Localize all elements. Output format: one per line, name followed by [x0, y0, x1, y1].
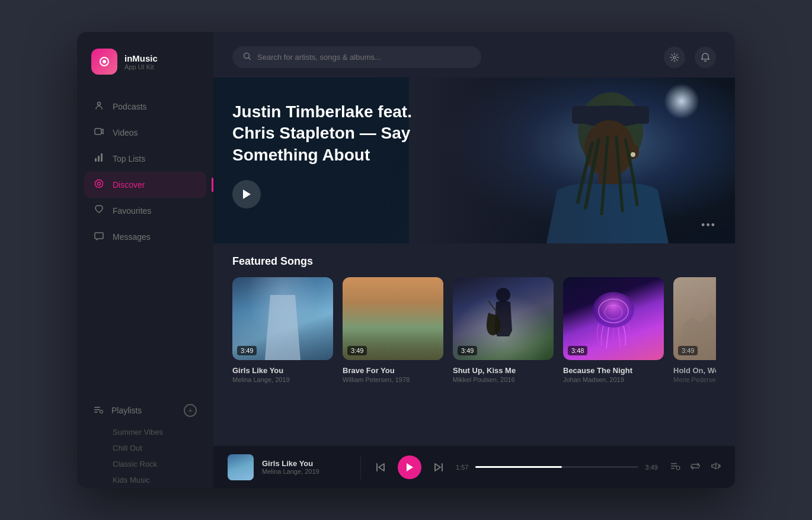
song-title-3: Shut Up, Kiss Me	[453, 366, 554, 375]
sidebar-label-messages: Messages	[113, 232, 151, 242]
player-controls	[375, 455, 444, 479]
app-logo-icon	[91, 49, 117, 75]
logo-area: inMusic App UI Kit	[77, 32, 213, 94]
song-duration-3: 3:49	[458, 346, 477, 355]
header-actions	[664, 47, 716, 68]
sidebar-label-videos: Videos	[113, 128, 138, 137]
song-meta-1: Melina Lange, 2019	[232, 376, 333, 383]
svg-point-1	[103, 60, 106, 63]
app-name: inMusic	[124, 53, 158, 63]
prev-button[interactable]	[375, 462, 386, 473]
total-time: 3:49	[645, 464, 658, 471]
player-track-artist: Melina Lange, 2019	[262, 468, 319, 475]
song-card-4[interactable]: 3:48 Because The Night Johan Madsen, 201…	[563, 277, 664, 383]
sidebar-item-videos[interactable]: Videos	[84, 120, 206, 146]
song-title-1: Girls Like You	[232, 366, 333, 375]
playlist-icon	[94, 405, 103, 416]
svg-rect-30	[671, 468, 674, 469]
sidebar-item-favourites[interactable]: Favourites	[84, 198, 206, 224]
svg-rect-10	[94, 409, 100, 410]
svg-rect-11	[94, 412, 98, 413]
sidebar-item-messages[interactable]: Messages	[84, 224, 206, 250]
queue-button[interactable]	[670, 461, 680, 474]
nav-list: Podcasts Videos	[77, 94, 213, 397]
playlist-item[interactable]: Summer Vibes	[113, 424, 197, 440]
sidebar-item-discover[interactable]: Discover	[84, 172, 206, 198]
song-card-1[interactable]: 3:49 Girls Like You Melina Lange, 2019	[232, 277, 333, 383]
songs-grid: 3:49 Girls Like You Melina Lange, 2019 3…	[232, 277, 716, 383]
svg-point-14	[673, 56, 676, 59]
song-meta-4: Johan Madsen, 2019	[563, 376, 664, 383]
player-extras	[670, 461, 721, 474]
playlists-section: Playlists + Summer Vibes Chill Out Class…	[77, 397, 213, 488]
song-card-3[interactable]: 3:49 Shut Up, Kiss Me Mikkel Poulsen, 20…	[453, 277, 554, 383]
svg-rect-29	[671, 466, 677, 467]
hero-title: Justin Timberlake feat. Chris Stapleton …	[232, 101, 458, 166]
song-duration-4: 3:48	[568, 346, 587, 355]
song-meta-3: Mikkel Poulsen, 2016	[453, 376, 554, 383]
sidebar-item-top-lists[interactable]: Top Lists	[84, 146, 206, 172]
svg-point-8	[98, 182, 101, 185]
sidebar-item-podcasts[interactable]: Podcasts	[84, 94, 206, 120]
player-track-info: Girls Like You Melina Lange, 2019	[228, 454, 346, 480]
sidebar-label-podcasts: Podcasts	[113, 102, 147, 111]
top-header	[213, 32, 735, 78]
svg-rect-3	[95, 129, 101, 134]
song-thumbnail-3: 3:49	[453, 277, 554, 360]
player-track-title: Girls Like You	[262, 459, 319, 468]
progress-fill	[475, 466, 561, 468]
svg-rect-4	[95, 158, 97, 162]
sidebar: inMusic App UI Kit Podcasts	[77, 32, 213, 488]
player-bar: Girls Like You Melina Lange, 2019	[213, 445, 735, 488]
song-thumbnail-2: 3:49	[343, 277, 443, 360]
playlists-label: Playlists	[111, 406, 142, 415]
search-icon	[243, 52, 251, 62]
featured-section: Featured Songs 3:49 Girls Like You Melin…	[213, 243, 735, 445]
discover-icon	[94, 179, 104, 191]
search-bar[interactable]	[232, 46, 481, 68]
chart-icon	[94, 153, 104, 165]
settings-button[interactable]	[664, 47, 685, 68]
repeat-button[interactable]	[690, 461, 701, 474]
progress-bar[interactable]	[475, 466, 638, 468]
next-button[interactable]	[433, 462, 444, 473]
svg-point-31	[676, 466, 680, 470]
playlist-item[interactable]: Chill Out	[113, 440, 197, 456]
song-title-5: Hold On, We ar...	[673, 366, 716, 375]
svg-point-12	[100, 410, 103, 413]
song-card-2[interactable]: 3:49 Brave For You William Petersen, 197…	[343, 277, 443, 383]
song-card-5[interactable]: 3:49 Hold On, We ar... Merle Pedersen, 2…	[673, 277, 716, 383]
app-subtitle: App UI Kit	[124, 63, 158, 70]
song-meta-5: Merle Pedersen, 20...	[673, 376, 716, 383]
svg-rect-9	[94, 407, 100, 408]
search-input[interactable]	[257, 53, 471, 62]
playlist-sublist: Summer Vibes Chill Out Classic Rock Kids…	[84, 424, 206, 488]
song-duration-5: 3:49	[678, 346, 698, 355]
message-icon	[94, 231, 104, 243]
song-thumbnail-1: 3:49	[232, 277, 333, 360]
song-duration-2: 3:49	[347, 346, 367, 355]
notifications-button[interactable]	[695, 47, 716, 68]
song-thumbnail-4: 3:48	[563, 277, 664, 360]
playlists-header: Playlists +	[84, 397, 206, 424]
player-divider	[360, 455, 361, 479]
svg-rect-5	[98, 156, 100, 162]
play-pause-button[interactable]	[398, 455, 421, 479]
sidebar-label-favourites: Favourites	[113, 206, 151, 216]
volume-button[interactable]	[710, 461, 721, 474]
featured-title: Featured Songs	[232, 255, 716, 268]
player-thumbnail	[228, 454, 254, 480]
podcast-icon	[94, 101, 104, 113]
song-title-4: Because The Night	[563, 366, 664, 375]
progress-section: 1:57 3:49	[456, 464, 658, 471]
playlist-item[interactable]: Classic Rock	[113, 456, 197, 472]
hero-play-button[interactable]	[232, 180, 261, 208]
song-duration-1: 3:49	[237, 346, 257, 355]
add-playlist-button[interactable]: +	[184, 404, 197, 417]
sidebar-label-discover: Discover	[113, 180, 145, 190]
heart-icon	[94, 205, 104, 217]
sidebar-label-top-lists: Top Lists	[113, 154, 145, 163]
player-info: Girls Like You Melina Lange, 2019	[262, 459, 319, 475]
video-icon	[94, 127, 104, 139]
playlist-item[interactable]: Kids Music	[113, 472, 197, 488]
